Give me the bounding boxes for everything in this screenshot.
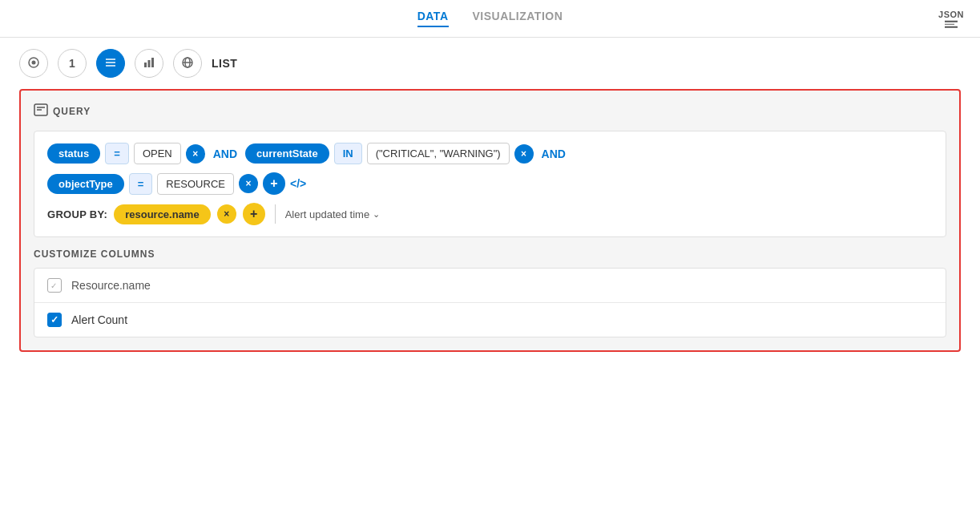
json-label: JSON <box>938 10 964 19</box>
svg-rect-6 <box>148 60 151 67</box>
group-by-close-btn[interactable]: × <box>217 204 236 224</box>
query-row-2: objectType = RESOURCE × + </> <box>47 172 933 195</box>
vertical-divider <box>275 204 276 224</box>
object-type-operator-pill[interactable]: = <box>129 173 153 195</box>
group-by-add-btn[interactable]: + <box>243 203 265 225</box>
and-keyword-1: AND <box>210 147 240 160</box>
globe-icon <box>181 56 194 71</box>
list-icon-btn[interactable] <box>96 49 125 78</box>
svg-rect-7 <box>151 58 154 67</box>
customize-columns-title: CUSTOMIZE COLUMNS <box>34 248 946 260</box>
alert-count-checkbox[interactable]: ✓ <box>47 313 62 327</box>
chevron-down-icon: ⌄ <box>373 209 380 220</box>
current-state-close-btn[interactable]: × <box>514 144 534 164</box>
group-by-label: GROUP BY: <box>47 208 107 220</box>
json-lines-icon <box>945 21 958 28</box>
object-type-field-pill[interactable]: objectType <box>47 174 124 194</box>
bar-chart-icon-btn[interactable] <box>135 49 163 78</box>
resource-name-label: Resource.name <box>71 279 151 292</box>
status-operator-pill[interactable]: = <box>105 143 129 164</box>
time-filter-label: Alert updated time <box>285 208 370 220</box>
time-filter-btn[interactable]: Alert updated time ⌄ <box>285 208 381 220</box>
object-type-value-pill[interactable]: RESOURCE <box>157 173 234 195</box>
tab-visualization[interactable]: VISUALIZATION <box>473 10 563 27</box>
group-by-row: GROUP BY: resource.name × + Alert update… <box>47 203 933 225</box>
main-panel: QUERY status = OPEN × AND currentState I… <box>19 89 961 352</box>
query-icon <box>34 103 48 119</box>
plus-icon-2: + <box>250 207 257 221</box>
query-builder: status = OPEN × AND currentState IN ("CR… <box>34 131 946 237</box>
tab-data[interactable]: DATA <box>417 10 449 27</box>
customize-columns-section: CUSTOMIZE COLUMNS ✓ Resource.name ✓ Aler… <box>34 248 946 337</box>
alert-count-label: Alert Count <box>71 313 127 326</box>
query-title: QUERY <box>53 106 91 117</box>
alert-count-column-row: ✓ Alert Count <box>34 303 946 337</box>
close-icon-4: × <box>224 208 229 220</box>
in-keyword[interactable]: IN <box>334 143 362 164</box>
list-icon <box>104 56 117 71</box>
top-navigation: DATA VISUALIZATION JSON <box>0 0 980 38</box>
plus-icon: + <box>270 176 277 191</box>
toolbar: 1 LIST <box>0 38 980 89</box>
status-value-pill[interactable]: OPEN <box>134 143 181 164</box>
number-one-btn[interactable]: 1 <box>58 49 87 78</box>
status-field-pill[interactable]: status <box>47 143 100 164</box>
check-icon-blue: ✓ <box>50 314 58 325</box>
close-icon: × <box>192 148 198 160</box>
main-content: QUERY status = OPEN × AND currentState I… <box>0 89 980 368</box>
number-one-label: 1 <box>69 57 75 70</box>
toolbar-label: LIST <box>212 57 237 70</box>
resource-name-checkbox[interactable]: ✓ <box>47 278 62 293</box>
close-icon-3: × <box>245 178 251 189</box>
status-close-btn[interactable]: × <box>186 144 205 164</box>
circle-icon-btn[interactable] <box>19 49 48 78</box>
query-section: QUERY status = OPEN × AND currentState I… <box>34 103 946 237</box>
json-button[interactable]: JSON <box>938 10 964 28</box>
query-row-1: status = OPEN × AND currentState IN ("CR… <box>47 143 933 164</box>
globe-icon-btn[interactable] <box>173 49 202 78</box>
check-icon-gray: ✓ <box>50 281 58 289</box>
group-by-field-pill[interactable]: resource.name <box>114 204 211 224</box>
svg-point-1 <box>32 60 36 64</box>
tab-bar: DATA VISUALIZATION <box>417 10 563 27</box>
columns-panel: ✓ Resource.name ✓ Alert Count <box>34 268 946 337</box>
resource-name-column-row: ✓ Resource.name <box>34 269 946 303</box>
circle-icon <box>27 56 40 71</box>
add-condition-btn[interactable]: + <box>263 172 285 195</box>
current-state-field-pill[interactable]: currentState <box>245 143 329 164</box>
code-view-btn[interactable]: </> <box>290 177 306 190</box>
current-state-value-pill[interactable]: ("CRITICAL", "WARNING") <box>367 143 510 164</box>
close-icon-2: × <box>521 148 526 160</box>
query-header: QUERY <box>34 103 946 119</box>
and-keyword-2: AND <box>538 147 569 160</box>
object-type-close-btn[interactable]: × <box>239 174 258 193</box>
svg-rect-5 <box>144 63 147 67</box>
bar-chart-icon <box>143 56 155 71</box>
